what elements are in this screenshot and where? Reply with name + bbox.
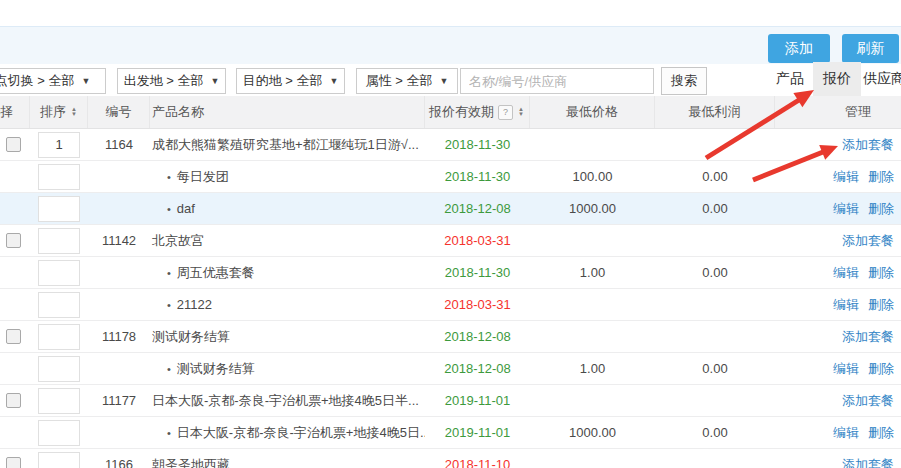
chevron-down-icon: ▼ (210, 77, 219, 86)
select-cell (0, 161, 30, 192)
product-code: 1164 (88, 129, 150, 160)
validity-date: 2018-11-30 (445, 137, 511, 152)
row-checkbox[interactable] (6, 233, 21, 248)
min-price (530, 129, 655, 160)
sort-order-input[interactable] (38, 228, 80, 254)
min-profit: 0.00 (655, 417, 775, 448)
min-price (530, 225, 655, 256)
edit-link[interactable]: 编辑 (833, 264, 859, 282)
validity-cell: 2018-11-30 (425, 161, 530, 192)
destination-filter-dropdown[interactable]: 目的地 > 全部 ▼ (236, 68, 345, 94)
sort-cell (30, 385, 88, 416)
min-profit: 0.00 (655, 161, 775, 192)
min-profit (655, 289, 775, 320)
edit-link[interactable]: 编辑 (833, 200, 859, 218)
sort-arrows-icon[interactable]: ▲▼ (518, 107, 524, 117)
sort-cell (30, 225, 88, 256)
add-package-link[interactable]: 添加套餐 (842, 136, 894, 154)
attribute-filter-label: 属性 > 全部 (366, 72, 433, 90)
edit-link[interactable]: 编辑 (833, 296, 859, 314)
product-code (88, 161, 150, 192)
add-package-link[interactable]: 添加套餐 (842, 232, 894, 250)
edit-link[interactable]: 编辑 (833, 424, 859, 442)
min-price (530, 385, 655, 416)
manage-cell: 添加套餐 (775, 225, 901, 256)
sort-order-input[interactable] (38, 420, 80, 446)
validity-cell: 2018-11-30 (425, 129, 530, 160)
add-package-link[interactable]: 添加套餐 (842, 328, 894, 346)
sort-arrows-icon[interactable]: ▲▼ (71, 107, 77, 117)
delete-link[interactable]: 删除 (868, 200, 894, 218)
min-price (530, 449, 655, 468)
min-price: 1.00 (530, 353, 655, 384)
package-row: •211222018-03-31编辑删除 (0, 289, 901, 321)
sort-cell (30, 129, 88, 160)
product-name: 测试财务结算 (177, 360, 255, 378)
tab-product[interactable]: 产品 (767, 62, 813, 96)
refresh-button[interactable]: 刷新 (842, 34, 899, 63)
search-input[interactable] (460, 68, 654, 94)
sort-cell (30, 289, 88, 320)
product-row: 11177日本大阪-京都-奈良-宇治机票+地接4晚5日半...2019-11-0… (0, 385, 901, 417)
validity-cell: 2018-11-10 (425, 449, 530, 468)
product-code: 11142 (88, 225, 150, 256)
help-icon[interactable]: ? (498, 105, 513, 120)
manage-cell: 添加套餐 (775, 129, 901, 160)
select-cell (0, 129, 30, 160)
product-row: 11142北京故宫2018-03-31添加套餐 (0, 225, 901, 257)
min-profit: 0.00 (655, 193, 775, 224)
product-code (88, 353, 150, 384)
sort-order-input[interactable] (38, 164, 80, 190)
delete-link[interactable]: 删除 (868, 296, 894, 314)
delete-link[interactable]: 删除 (868, 360, 894, 378)
min-profit: 0.00 (655, 353, 775, 384)
edit-link[interactable]: 编辑 (833, 168, 859, 186)
product-name: 周五优惠套餐 (177, 264, 255, 282)
bullet-icon: • (167, 427, 171, 439)
filter-bar: 站点切换 > 全部 ▼ 出发地 > 全部 ▼ 目的地 > 全部 ▼ 属性 > 全… (0, 64, 901, 96)
row-checkbox[interactable] (6, 457, 21, 468)
tab-supplier[interactable]: 供应商 (861, 62, 901, 96)
chevron-down-icon: ▼ (439, 77, 448, 86)
site-filter-dropdown[interactable]: 站点切换 > 全部 ▼ (0, 68, 106, 94)
departure-filter-dropdown[interactable]: 出发地 > 全部 ▼ (117, 68, 226, 94)
product-name-cell: 北京故宫 (150, 225, 425, 256)
product-code: 11177 (88, 385, 150, 416)
row-checkbox[interactable] (6, 137, 21, 152)
select-cell (0, 193, 30, 224)
attribute-filter-dropdown[interactable]: 属性 > 全部 ▼ (356, 68, 458, 94)
manage-cell: 编辑删除 (775, 289, 901, 320)
delete-link[interactable]: 删除 (868, 168, 894, 186)
table-header: 选择 排序 ▲▼ 编号 产品名称 报价有效期 ? ▲▼ 最低价格 最低利润 管理 (0, 96, 901, 129)
product-code: 1166 (88, 449, 150, 468)
sort-order-input[interactable] (38, 292, 80, 318)
add-package-link[interactable]: 添加套餐 (842, 392, 894, 410)
sort-order-input[interactable] (38, 388, 80, 414)
add-package-link[interactable]: 添加套餐 (842, 456, 894, 468)
product-name: 北京故宫 (152, 232, 204, 250)
sort-order-input[interactable] (38, 196, 80, 222)
sort-cell (30, 257, 88, 288)
row-checkbox[interactable] (6, 329, 21, 344)
edit-link[interactable]: 编辑 (833, 360, 859, 378)
product-name-cell: •周五优惠套餐 (150, 257, 425, 288)
product-name: 成都大熊猫繁殖研究基地+都江堰纯玩1日游√... (152, 136, 419, 154)
min-price (530, 289, 655, 320)
sort-order-input[interactable] (38, 452, 80, 468)
sort-order-input[interactable] (38, 132, 80, 158)
validity-cell: 2018-12-08 (425, 321, 530, 352)
search-button[interactable]: 搜索 (661, 67, 707, 95)
row-checkbox[interactable] (6, 393, 21, 408)
delete-link[interactable]: 删除 (868, 264, 894, 282)
sort-cell (30, 449, 88, 468)
select-cell (0, 449, 30, 468)
delete-link[interactable]: 删除 (868, 424, 894, 442)
tab-quote[interactable]: 报价 (813, 62, 861, 96)
sort-order-input[interactable] (38, 260, 80, 286)
sort-order-input[interactable] (38, 324, 80, 350)
product-code (88, 193, 150, 224)
add-button[interactable]: 添加 (768, 34, 830, 63)
manage-cell: 编辑删除 (775, 417, 901, 448)
sort-cell (30, 161, 88, 192)
sort-order-input[interactable] (38, 356, 80, 382)
